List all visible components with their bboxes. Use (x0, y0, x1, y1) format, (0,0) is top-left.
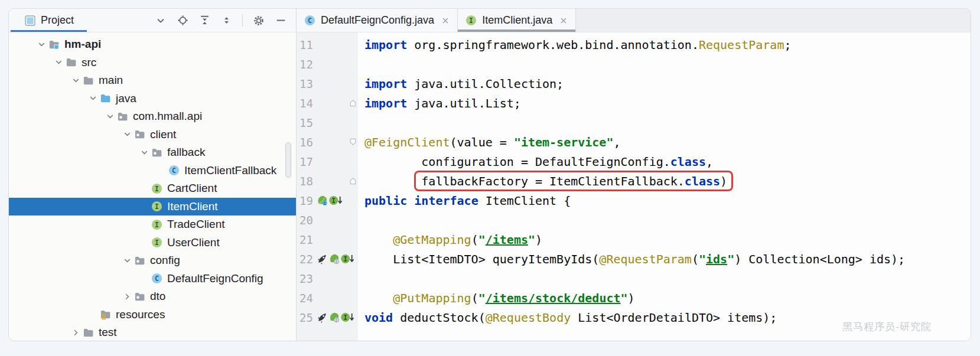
tab-label: DefaultFeignConfig.java (321, 14, 434, 27)
tree-item-label: src (82, 56, 96, 69)
tree-item-itemclientfallback[interactable]: CItemClientFallback (9, 162, 296, 180)
code-token: @FeignClient (364, 135, 450, 149)
tab-close-icon[interactable] (441, 17, 450, 25)
tree-chevron-expanded-icon[interactable] (52, 57, 65, 68)
line-number: 24 (297, 292, 314, 305)
code-line-15: 15 (297, 113, 971, 132)
code-text[interactable]: fallbackFactory = ItemClientFallback.cla… (358, 174, 727, 188)
implementations-icon[interactable] (341, 253, 356, 264)
code-token: import (364, 96, 407, 110)
code-text[interactable]: import org.springframework.web.bind.anno… (358, 38, 791, 52)
collapse-all-button[interactable] (220, 15, 232, 27)
tree-chevron-expanded-icon[interactable] (121, 255, 134, 266)
tree-item-label: fallback (167, 146, 205, 159)
collapse-all-icon (221, 15, 232, 26)
tree-item-itemclient[interactable]: IItemClient (9, 198, 296, 216)
code-line-16: 16@FeignClient(value = "item-service", (297, 132, 971, 152)
implementations-icon[interactable] (341, 312, 356, 323)
tree-item-userclient[interactable]: IUserClient (9, 234, 296, 252)
tree-item-src[interactable]: src (9, 54, 296, 72)
code-text[interactable]: @GetMapping("/items") (358, 233, 542, 247)
tree-item-client[interactable]: client (9, 126, 296, 144)
hide-panel-button[interactable] (275, 15, 286, 27)
code-line-23: 23 (297, 269, 971, 288)
svg-text:c: c (323, 200, 326, 205)
code-text[interactable]: public interface ItemClient { (358, 194, 571, 208)
tree-item-dto[interactable]: dto (9, 288, 296, 306)
fold-column (349, 177, 358, 185)
code-token: java.util.Collection; (407, 77, 564, 91)
sources-folder-icon (99, 93, 111, 104)
tree-item-java[interactable]: java (9, 90, 296, 108)
locate-button[interactable] (177, 15, 188, 27)
code-text[interactable]: configuration = DefaultFeignConfig.class… (358, 155, 713, 169)
code-editor[interactable]: 11import org.springframework.web.bind.an… (297, 32, 971, 341)
svg-text:I: I (155, 203, 159, 211)
main-body: hm-apisrcmainjavacom.hmall.apiclientfall… (9, 32, 971, 341)
tree-item-label: DefaultFeignConfig (167, 272, 263, 285)
code-token: org.springframework.web.bind.annotation. (407, 38, 699, 52)
chevron-spacer (155, 165, 168, 176)
package-folder-icon (134, 254, 145, 266)
tree-item-hm-api[interactable]: hm-api (9, 35, 296, 54)
fold-marker-icon[interactable] (349, 138, 357, 146)
line-number: 13 (297, 77, 314, 90)
tree-chevron-expanded-icon[interactable] (35, 39, 48, 50)
code-token: @RequestBody (486, 311, 571, 325)
line-number: 23 (297, 272, 314, 285)
tree-item-fallback[interactable]: fallback (9, 143, 296, 162)
code-text[interactable]: import java.util.List; (358, 96, 521, 110)
spring-endpoint-icon[interactable] (328, 253, 340, 265)
code-text[interactable]: import java.util.Collection; (358, 77, 564, 91)
code-text[interactable]: void deductStock(@RequestBody List<Order… (358, 311, 777, 325)
expand-all-button[interactable] (198, 15, 210, 27)
tree-item-main[interactable]: main (9, 71, 296, 90)
line-number: 21 (297, 233, 314, 246)
tree-item-com-hmall-api[interactable]: com.hmall.api (9, 107, 296, 126)
tab-itemclient-java[interactable]: IItemClient.java (458, 9, 576, 32)
tree-item-test[interactable]: test (9, 324, 296, 341)
editor-lines: 11import org.springframework.web.bind.an… (297, 32, 971, 327)
rocket-icon[interactable] (317, 312, 328, 323)
code-token: ( (471, 233, 478, 247)
tree-item-resources[interactable]: resources (9, 306, 296, 324)
tab-defaultfeignconfig-java[interactable]: CDefaultFeignConfig.java (297, 9, 458, 32)
code-line-24: 24 @PutMapping("/items/stock/deduct") (297, 288, 971, 308)
fold-marker-icon[interactable] (349, 177, 357, 185)
code-token: "item-service" (514, 135, 614, 149)
fold-marker-icon[interactable] (349, 99, 357, 107)
tree-chevron-expanded-icon[interactable] (138, 147, 151, 158)
spring-endpoint-icon[interactable] (328, 312, 340, 324)
tree-chevron-expanded-icon[interactable] (69, 75, 82, 86)
panel-scrollbar-thumb[interactable] (285, 142, 291, 178)
code-token: fallbackFactory = ItemClientFallback. (364, 174, 685, 188)
code-token: " (727, 252, 734, 266)
tree-chevron-expanded-icon[interactable] (121, 129, 134, 140)
spring-bean-icon[interactable]: c (317, 195, 328, 207)
code-token: import (364, 38, 407, 52)
rocket-icon[interactable] (317, 253, 328, 264)
tree-item-label: UserClient (167, 236, 220, 249)
code-token: ) (535, 233, 542, 247)
chevron-down-button[interactable] (155, 15, 167, 27)
code-text[interactable]: List<ItemDTO> queryItemByIds(@RequestPar… (358, 252, 905, 266)
implementations-icon[interactable] (329, 195, 344, 206)
tree-item-config[interactable]: config (9, 252, 296, 270)
tab-close-icon[interactable] (559, 17, 568, 25)
code-token: ( (471, 291, 478, 305)
code-text[interactable]: @PutMapping("/items/stock/deduct") (358, 291, 635, 305)
tree-chevron-expanded-icon[interactable] (103, 111, 116, 122)
chevron-spacer (86, 309, 99, 320)
ide-window: Project CDefaultFeignConfig.javaIItemCli… (8, 8, 971, 341)
code-line-19: 19cpublic interface ItemClient { (297, 191, 971, 210)
project-tab[interactable]: Project (11, 9, 87, 32)
tree-item-cartclient[interactable]: ICartClient (9, 179, 296, 198)
tree-chevron-collapsed-icon[interactable] (121, 291, 134, 302)
settings-gear-button[interactable] (253, 15, 265, 27)
code-text[interactable]: @FeignClient(value = "item-service", (358, 135, 621, 149)
tree-item-tradeclient[interactable]: ITradeClient (9, 215, 296, 234)
tree-item-defaultfeignconfig[interactable]: CDefaultFeignConfig (9, 270, 296, 288)
line-number: 16 (297, 136, 314, 149)
tree-chevron-collapsed-icon[interactable] (69, 327, 82, 338)
tree-chevron-expanded-icon[interactable] (86, 93, 99, 104)
